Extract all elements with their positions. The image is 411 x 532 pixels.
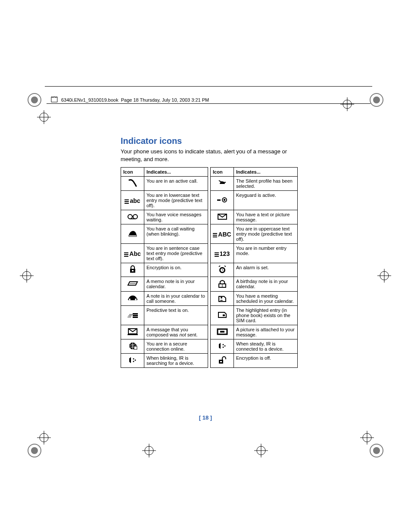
svg-point-75 (222, 344, 224, 345)
svg-point-3 (373, 96, 380, 103)
svg-rect-35 (217, 199, 221, 201)
svg-rect-67 (133, 317, 138, 318)
uppercase-mode-icon: ABC (211, 224, 234, 244)
table-header-row: Icon Indicates... Icon Indicates... (121, 168, 298, 177)
svg-point-79 (134, 359, 136, 361)
icon-description: When blinking, IR is searching for a dev… (144, 354, 208, 368)
svg-rect-74 (134, 346, 137, 349)
icon-description: You have a meeting scheduled in your cal… (234, 292, 298, 306)
table-row: Encryption is on.An alarm is set. (121, 263, 298, 277)
encryption-on-icon (121, 263, 144, 277)
svg-point-38 (128, 215, 132, 219)
active-call-icon (121, 177, 144, 191)
table-row: A message that you composed was not sent… (121, 325, 298, 339)
crosshair-icon (20, 269, 39, 288)
voicemail-icon (121, 210, 144, 224)
svg-rect-52 (132, 270, 134, 271)
icon-description: You have a call waiting (when blinking). (144, 224, 208, 244)
svg-point-39 (133, 215, 137, 219)
svg-point-59 (129, 299, 131, 300)
indicator-icons-table: Icon Indicates... Icon Indicates... You … (121, 167, 298, 368)
keyguard-icon (211, 191, 234, 210)
book-header: 6340i.ENv1_9310019.book Page 18 Thursday… (51, 96, 209, 103)
svg-point-77 (222, 346, 224, 348)
icon-description: A note is in your calendar to call someo… (144, 292, 208, 306)
svg-point-60 (135, 299, 137, 300)
crosshair-icon (254, 444, 273, 463)
sentence-case-icon: Abc (121, 244, 144, 263)
predictive-text-icon (121, 306, 144, 325)
icon-description: You are in a secure connection online. (144, 339, 208, 354)
meeting-icon (211, 292, 234, 306)
icon-description: A picture is attached to your message. (234, 325, 298, 339)
icon-description: You are in an active call. (144, 177, 208, 191)
table-row: When blinking, IR is searching for a dev… (121, 354, 298, 368)
section-title: Indicator icons (121, 136, 297, 146)
unsent-message-icon (121, 325, 144, 339)
memo-note-icon (121, 277, 144, 292)
svg-point-1 (31, 96, 38, 103)
crop-mark-icon (25, 90, 44, 109)
icon-description: When steady, IR is connected to a device… (234, 339, 298, 354)
number-mode-icon: 123 (211, 244, 234, 263)
page-number: [ 18 ] (0, 414, 411, 421)
table-row: Predictive text is on.The highlighted en… (121, 306, 298, 325)
alarm-set-icon (211, 263, 234, 277)
call-note-icon (121, 292, 144, 306)
icon-description: You have a text or picture message. (234, 210, 298, 224)
icon-description: Predictive text is on. (144, 306, 208, 325)
crosshair-icon (360, 431, 379, 450)
crop-mark-icon (367, 90, 386, 109)
crosshair-icon (142, 444, 161, 463)
sim-entry-icon (211, 306, 234, 325)
encryption-off-icon (211, 354, 234, 368)
header-indicates-left: Indicates... (144, 168, 208, 177)
crosshair-icon (37, 110, 56, 129)
svg-point-78 (133, 358, 134, 359)
crosshair-icon (37, 431, 56, 450)
header-indicates-right: Indicates... (234, 168, 298, 177)
icon-description: You are in uppercase text entry mode (pr… (234, 224, 298, 244)
table-row: A note is in your calendar to call someo… (121, 292, 298, 306)
table-row: AbcYou are in sentence case text entry m… (121, 244, 298, 263)
table-row: You have a call waiting (when blinking).… (121, 224, 298, 244)
ir-searching-icon (121, 354, 144, 368)
svg-rect-65 (133, 313, 138, 314)
svg-rect-72 (220, 331, 224, 333)
book-header-file: 6340i.ENv1_9310019.book (61, 97, 118, 103)
icon-description: Keyguard is active. (234, 191, 298, 210)
icon-description: A memo note is in your calendar. (144, 277, 208, 292)
icon-description: The highlighted entry (in phone book) ex… (234, 306, 298, 325)
svg-point-76 (224, 345, 225, 346)
svg-rect-68 (223, 314, 225, 316)
icon-description: The Silent profile has been selected. (234, 177, 298, 191)
crosshair-icon (377, 269, 396, 288)
table-row: abcYou are in lowercase text entry mode … (121, 191, 298, 210)
svg-rect-66 (133, 315, 138, 316)
book-icon (51, 96, 59, 103)
table-row: You are in an active call.The Silent pro… (121, 177, 298, 191)
header-icon-right: Icon (211, 168, 234, 177)
ir-connected-icon (211, 339, 234, 354)
icon-description: Encryption is on. (144, 263, 208, 277)
silent-profile-icon (211, 177, 234, 191)
birthday-note-icon (211, 277, 234, 292)
call-waiting-icon (121, 224, 144, 244)
icon-description: You are in sentence case text entry mode… (144, 244, 208, 263)
crosshair-icon (340, 97, 359, 116)
table-row: A memo note is in your calendar.A birthd… (121, 277, 298, 292)
icon-description: You are in number entry mode. (234, 244, 298, 263)
icon-description: You have voice messages waiting. (144, 210, 208, 224)
table-row: You are in a secure connection online.Wh… (121, 339, 298, 354)
picture-attached-icon (211, 325, 234, 339)
svg-rect-37 (224, 199, 225, 201)
lowercase-mode-icon: abc (121, 191, 144, 210)
svg-point-61 (221, 297, 222, 299)
svg-rect-82 (220, 361, 222, 362)
intro-paragraph: Your phone uses icons to indicate status… (121, 148, 297, 163)
svg-point-80 (133, 361, 134, 362)
secure-connection-icon (121, 339, 144, 354)
message-icon (211, 210, 234, 224)
table-row: You have voice messages waiting.You have… (121, 210, 298, 224)
icon-description: A birthday note is in your calendar. (234, 277, 298, 292)
